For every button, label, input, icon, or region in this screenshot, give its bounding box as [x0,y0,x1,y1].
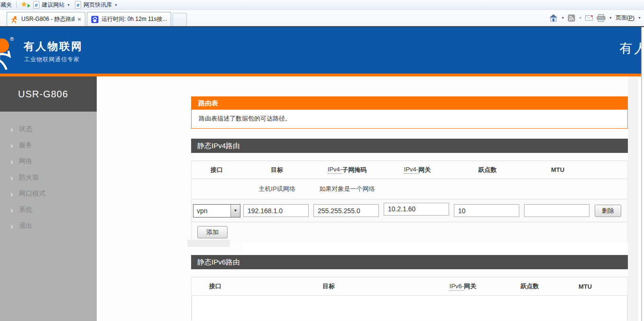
chevron-down-icon: ▼ [67,3,70,7]
netmask-input[interactable] [313,204,379,217]
col-target: 目标 [271,166,283,174]
brand-title: 有人物联网 [24,39,83,54]
abbr-ipv6: IPv6- [450,283,464,291]
chevron-down-icon: ▼ [230,205,240,217]
mtu-input[interactable] [524,204,589,217]
green-arrow-icon [28,4,30,8]
render-artifact [187,240,230,247]
ie-page-icon: e [75,1,81,9]
site-header: ® 有人物联网 工业物联网通信专家 有人 [0,27,641,74]
favorite-item-web-slice-gallery[interactable]: e 网页快讯库 ▼ [74,1,118,9]
panel-description: 路由表描述了数据包的可达路径。 [191,110,628,129]
sidebar-item-port-mode[interactable]: › 网口模式 [0,186,97,202]
interface-select[interactable]: vpn ▼ [193,204,240,217]
ipv6-table: 接口 目标 IPv6-网关 跃点数 MTU [191,277,628,321]
section-title: 静态IPv4路由 [191,139,628,153]
main-content: 路由表 路由表描述了数据包的可达路径。 静态IPv4路由 接口 目标 IPv4-… [97,76,644,321]
chevron-down-icon[interactable]: ▼ [609,16,612,19]
favorites-cropped-label: 藏夹 [0,1,12,9]
baidu-favicon [91,16,99,23]
tab-title: USR-G806 - 静态路由 [21,15,74,23]
usr-favicon [11,16,18,23]
chevron-right-icon: › [10,142,17,150]
add-button[interactable]: 添加 [197,226,228,238]
print-icon[interactable] [597,14,606,22]
device-name: USR-G806 [0,76,97,112]
ipv4-route-row: vpn ▼ 删除 [192,199,627,222]
divider [16,1,17,8]
command-bar: ▼ ▼ ▼ 页面(P) ▼ [546,14,641,22]
panel-title: 路由表 [191,96,628,110]
home-icon[interactable] [549,14,558,22]
chevron-down-icon[interactable]: ▼ [579,16,582,19]
col-netmask: 子网掩码 [342,166,367,174]
sidebar-item-system[interactable]: › 系统 [0,202,97,218]
sidebar-item-network[interactable]: › 网络 [0,153,97,170]
col-gateway: 网关 [464,282,476,291]
ipv6-empty-row [192,296,627,321]
sidebar-item-firewall[interactable]: › 防火墙 [0,170,97,186]
sidebar-menu: › 状态 › 服务 › 网络 › 防火墙 › 网口模式 › 系统 [0,112,97,234]
header-right-text: 有人 [619,40,641,57]
close-icon[interactable]: × [77,16,81,23]
tab-runtime[interactable]: 运行时间: 0h 12m 11s接... [87,12,171,26]
abbr-ipv4: IPv4- [328,166,342,174]
browser-window: 藏夹 ★ e 建议网站 ▼ e 网页快讯库 ▼ USR-G806 - 静态路由 … [0,0,644,321]
chevron-right-icon: › [10,158,17,166]
col-gateway: 网关 [418,166,431,174]
tab-usr-g806[interactable]: USR-G806 - 静态路由 × [7,12,85,26]
ipv4-table: 接口 目标 IPv4-子网掩码 IPv4-网关 跃点数 MTU 主机IP或网络 … [191,160,628,242]
feed-icon[interactable] [568,14,575,22]
col-interface: 接口 [209,282,221,291]
new-tab-stub[interactable] [173,13,187,26]
ipv6-routes-section: 静态IPv6路由 接口 目标 IPv6-网关 跃点数 MTU [191,255,628,321]
ie-page-icon: e [33,1,39,9]
route-table-panel: 路由表 路由表描述了数据包的可达路径。 [191,96,628,129]
col-interface: 接口 [211,166,223,174]
sidebar-item-status[interactable]: › 状态 [0,121,97,137]
mail-icon[interactable] [585,15,593,21]
hint-target: 主机IP或网络 [242,179,312,199]
metric-input[interactable] [454,204,519,217]
gateway-input[interactable] [384,203,449,216]
sidebar-item-services[interactable]: › 服务 [0,137,97,153]
col-mtu: MTU [579,283,592,290]
chevron-right-icon: › [10,174,17,182]
col-metric: 跃点数 [521,282,539,291]
chevron-right-icon: › [10,125,17,133]
chevron-right-icon: › [10,222,17,230]
target-input[interactable] [243,204,309,217]
favorites-bar: 藏夹 ★ e 建议网站 ▼ e 网页快讯库 ▼ [0,0,644,10]
section-title: 静态IPv6路由 [191,255,628,269]
brand-tagline: 工业物联网通信专家 [24,56,80,64]
render-artifact [242,243,632,252]
ipv6-header-row: 接口 目标 IPv6-网关 跃点数 MTU [192,277,627,296]
chevron-down-icon: ▼ [114,3,118,7]
abbr-ipv4: IPv4- [404,166,418,174]
chevron-down-icon[interactable]: ▼ [561,16,564,19]
chevron-right-icon: › [10,206,17,214]
usr-logo-icon: ® [0,31,24,72]
delete-button[interactable]: 删除 [595,205,621,217]
favorite-item-suggested-sites[interactable]: e 建议网站 ▼ [32,1,70,9]
col-mtu: MTU [551,166,564,173]
add-favorite-icon[interactable]: ★ [21,1,30,9]
window-edge[interactable] [641,27,644,321]
page-gutter [628,76,638,321]
tab-bar: USR-G806 - 静态路由 × 运行时间: 0h 12m 11s接... ▼ [0,10,644,27]
ipv4-routes-section: 静态IPv4路由 接口 目标 IPv4-子网掩码 IPv4-网关 跃点数 MTU… [191,139,628,242]
ipv4-hint-row: 主机IP或网络 如果对象是一个网络 [192,179,627,199]
chevron-right-icon: › [10,190,17,198]
ipv4-header-row: 接口 目标 IPv4-子网掩码 IPv4-网关 跃点数 MTU [192,160,627,179]
tab-title: 运行时间: 0h 12m 11s接... [101,15,167,23]
ipv4-add-row: 添加 [192,222,627,242]
chevron-down-icon[interactable]: ▼ [638,16,641,19]
sidebar-item-logout[interactable]: › 退出 [0,218,97,234]
hint-netmask: 如果对象是一个网络 [312,179,382,199]
col-target: 目标 [322,282,335,291]
sidebar: USR-G806 › 状态 › 服务 › 网络 › 防火墙 › 网口模式 [0,76,97,321]
svg-text:®: ® [10,36,14,42]
col-metric: 跃点数 [478,166,497,174]
page-menu[interactable]: 页面(P) [616,14,635,22]
